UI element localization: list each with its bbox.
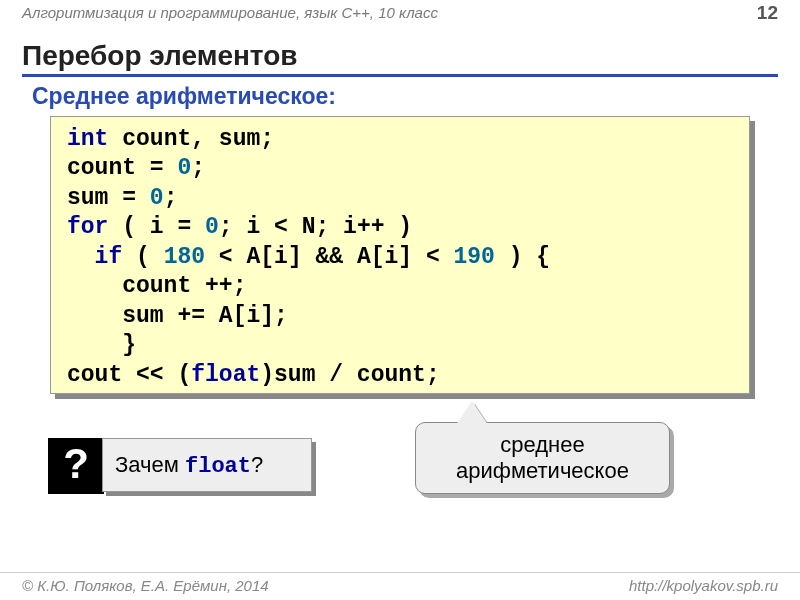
slide-footer: © К.Ю. Поляков, Е.А. Ерёмин, 2014 http:/… <box>0 572 800 600</box>
code-text: ( i = <box>108 214 205 240</box>
code-text: ) { <box>495 244 550 270</box>
annotations-row: ? Зачем float? среднее арифметическое <box>0 412 800 522</box>
num: 180 <box>164 244 205 270</box>
slide-header: Алгоритмизация и программирование, язык … <box>0 0 800 30</box>
code-text: ; i < N; i++ ) <box>219 214 412 240</box>
callout-tail-icon <box>456 401 488 425</box>
code-text: sum += A[i]; <box>67 303 288 329</box>
num: 0 <box>177 155 191 181</box>
slide-title: Перебор элементов <box>22 40 778 77</box>
slide-subtitle: Среднее арифметическое: <box>32 83 778 110</box>
code-text: ; <box>164 185 178 211</box>
code-text: )sum / count; <box>260 362 439 388</box>
num: 0 <box>150 185 164 211</box>
code-content: int count, sum; count = 0; sum = 0; for … <box>50 116 750 394</box>
callout-line: арифметическое <box>456 458 629 483</box>
callout-content: среднее арифметическое <box>415 422 670 494</box>
num: 190 <box>454 244 495 270</box>
footer-url: http://kpolyakov.spb.ru <box>629 577 778 594</box>
question-content: Зачем float? <box>102 438 312 492</box>
code-text: count = <box>67 155 177 181</box>
question-box: Зачем float? <box>102 438 312 492</box>
code-text: count ++; <box>67 273 246 299</box>
code-text: ( <box>122 244 163 270</box>
callout-box: среднее арифметическое <box>415 422 670 494</box>
kw-float: float <box>191 362 260 388</box>
question-keyword: float <box>185 454 251 479</box>
num: 0 <box>205 214 219 240</box>
code-block: int count, sum; count = 0; sum = 0; for … <box>50 116 750 394</box>
question-text: ? <box>251 452 263 477</box>
page-number: 12 <box>757 2 778 24</box>
copyright: © К.Ю. Поляков, Е.А. Ерёмин, 2014 <box>22 577 269 594</box>
code-text: count, sum; <box>108 126 274 152</box>
code-text: sum = <box>67 185 150 211</box>
kw-for: for <box>67 214 108 240</box>
question-mark-icon: ? <box>48 438 104 494</box>
code-text: cout << ( <box>67 362 191 388</box>
code-text: < A[i] && A[i] < <box>205 244 453 270</box>
code-text: ; <box>191 155 205 181</box>
callout-line: среднее <box>500 432 584 457</box>
kw-if: if <box>67 244 122 270</box>
code-text: } <box>67 332 136 358</box>
kw-int: int <box>67 126 108 152</box>
question-text: Зачем <box>115 452 185 477</box>
course-name: Алгоритмизация и программирование, язык … <box>0 4 438 21</box>
